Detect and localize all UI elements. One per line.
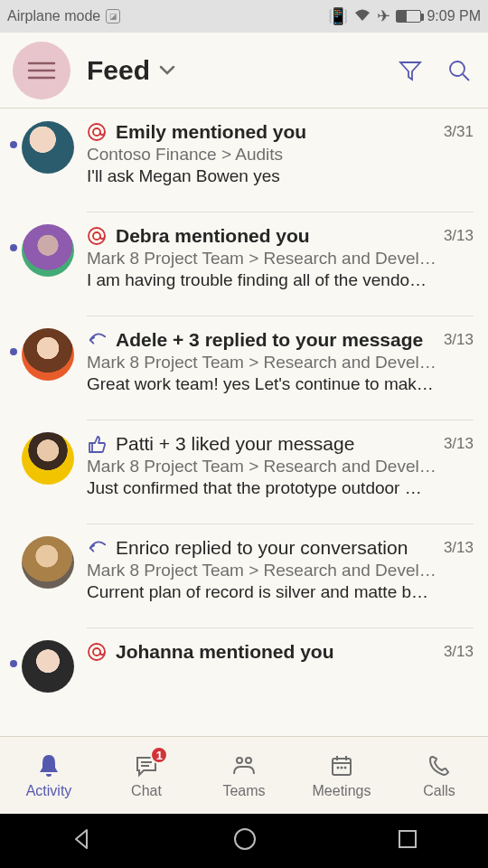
filter-button[interactable] xyxy=(394,54,427,87)
svg-point-21 xyxy=(344,766,347,769)
battery-icon xyxy=(396,10,421,23)
nav-label: Teams xyxy=(222,783,265,799)
bottom-nav: Activity 1 Chat Teams Meetings Calls xyxy=(0,736,488,814)
unread-indicator-col xyxy=(5,328,22,394)
phone-icon xyxy=(426,752,453,779)
feed-item-date: 3/13 xyxy=(444,331,474,349)
feed-item-location: Mark 8 Project Team > Research and Devel… xyxy=(87,249,474,269)
filter-icon xyxy=(398,58,423,83)
feed-item-content: Emily mentioned you3/31Contoso Finance >… xyxy=(87,121,474,186)
svg-point-20 xyxy=(341,766,343,769)
mention-icon xyxy=(87,122,107,142)
recent-apps-button[interactable] xyxy=(396,827,419,854)
feed-item-date: 3/13 xyxy=(444,643,474,661)
feed-item[interactable]: Adele + 3 replied to your message3/13Mar… xyxy=(0,303,488,407)
mention-icon xyxy=(87,226,107,246)
feed-item[interactable]: Enrico replied to your conversation3/13M… xyxy=(0,511,488,615)
airplane-icon: ✈ xyxy=(377,8,390,24)
activity-feed-list[interactable]: Emily mentioned you3/31Contoso Finance >… xyxy=(0,108,488,736)
feed-item-date: 3/13 xyxy=(444,435,474,453)
svg-point-9 xyxy=(89,644,105,660)
user-avatar xyxy=(22,121,74,174)
nav-calls[interactable]: Calls xyxy=(390,737,488,814)
status-time: 9:09 PM xyxy=(427,8,481,24)
user-avatar xyxy=(22,640,74,693)
vibrate-icon: 📳 xyxy=(328,8,348,24)
nav-label: Chat xyxy=(131,783,162,799)
teams-icon xyxy=(230,752,258,779)
wifi-icon xyxy=(353,8,371,25)
unread-dot-icon xyxy=(10,660,17,667)
svg-line-4 xyxy=(463,74,469,80)
feed-item-date: 3/13 xyxy=(444,539,474,557)
unread-dot-icon xyxy=(10,244,17,251)
svg-point-8 xyxy=(93,232,100,240)
svg-point-6 xyxy=(93,128,100,136)
feed-item-content: Patti + 3 liked your message3/13Mark 8 P… xyxy=(87,420,474,498)
status-airplane-label: Airplane mode xyxy=(7,8,100,24)
reply-icon xyxy=(87,538,107,558)
feed-item-title: Johanna mentioned you xyxy=(116,641,429,663)
hamburger-menu-button[interactable] xyxy=(13,42,70,99)
unread-dot-icon xyxy=(10,141,17,148)
chat-badge: 1 xyxy=(150,746,168,764)
app-indicator-icon: ◪ xyxy=(106,9,120,24)
feed-item-content: Adele + 3 replied to your message3/13Mar… xyxy=(87,316,474,394)
svg-point-14 xyxy=(246,758,251,763)
svg-rect-23 xyxy=(399,831,416,847)
android-status-bar: Airplane mode ◪ 📳 ✈ 9:09 PM xyxy=(0,0,488,33)
unread-dot-icon xyxy=(10,348,17,355)
feed-item-preview: I am having trouble finding all of the v… xyxy=(87,270,474,290)
svg-point-3 xyxy=(450,61,465,76)
feed-item-title: Emily mentioned you xyxy=(116,121,429,143)
feed-item-date: 3/13 xyxy=(444,227,474,245)
user-avatar xyxy=(22,536,74,589)
android-nav-bar xyxy=(0,814,488,868)
mention-icon xyxy=(87,642,107,662)
unread-indicator-col xyxy=(5,224,22,290)
user-avatar xyxy=(22,432,74,485)
unread-indicator-col xyxy=(5,640,22,693)
page-title: Feed xyxy=(87,55,150,86)
calendar-icon xyxy=(328,752,355,779)
feed-item[interactable]: Debra mentioned you3/13Mark 8 Project Te… xyxy=(0,199,488,303)
svg-point-7 xyxy=(89,228,105,244)
feed-item-content: Johanna mentioned you3/13 xyxy=(87,627,474,693)
feed-item-preview: I'll ask Megan Bowen yes xyxy=(87,166,474,186)
feed-item-location: Contoso Finance > Audits xyxy=(87,145,474,165)
feed-item-location: Mark 8 Project Team > Research and Devel… xyxy=(87,457,474,476)
feed-item[interactable]: Johanna mentioned you3/13 xyxy=(0,615,488,705)
home-button[interactable] xyxy=(231,826,258,856)
user-avatar xyxy=(22,224,74,277)
feed-item-title: Enrico replied to your conversation xyxy=(116,537,429,559)
unread-indicator-col xyxy=(5,536,22,602)
feed-item-date: 3/31 xyxy=(444,123,474,141)
svg-point-10 xyxy=(93,648,100,656)
bell-icon xyxy=(35,752,62,779)
feed-item-preview: Just confirmed that the prototype outdoo… xyxy=(87,478,474,498)
feed-item-location: Mark 8 Project Team > Research and Devel… xyxy=(87,561,474,580)
nav-activity[interactable]: Activity xyxy=(0,737,98,814)
nav-chat[interactable]: 1 Chat xyxy=(98,737,195,814)
nav-label: Calls xyxy=(423,783,455,799)
unread-indicator-col xyxy=(5,432,22,498)
feed-item[interactable]: Emily mentioned you3/31Contoso Finance >… xyxy=(0,108,488,199)
search-button[interactable] xyxy=(443,54,475,87)
feed-item-preview: Great work team! yes Let's continue to m… xyxy=(87,374,474,394)
nav-label: Activity xyxy=(26,783,72,799)
user-avatar xyxy=(22,328,74,381)
feed-dropdown[interactable]: Feed xyxy=(87,55,378,86)
svg-point-22 xyxy=(235,829,255,849)
chevron-down-icon xyxy=(159,65,175,76)
back-button[interactable] xyxy=(69,826,94,855)
reply-icon xyxy=(87,330,107,350)
feed-item[interactable]: Patti + 3 liked your message3/13Mark 8 P… xyxy=(0,407,488,511)
nav-meetings[interactable]: Meetings xyxy=(293,737,390,814)
hamburger-icon xyxy=(27,61,56,80)
svg-point-13 xyxy=(237,758,242,763)
app-header: Feed xyxy=(0,33,488,108)
svg-point-5 xyxy=(89,124,105,140)
unread-indicator-col xyxy=(5,121,22,186)
nav-teams[interactable]: Teams xyxy=(195,737,293,814)
feed-item-title: Patti + 3 liked your message xyxy=(116,433,429,455)
